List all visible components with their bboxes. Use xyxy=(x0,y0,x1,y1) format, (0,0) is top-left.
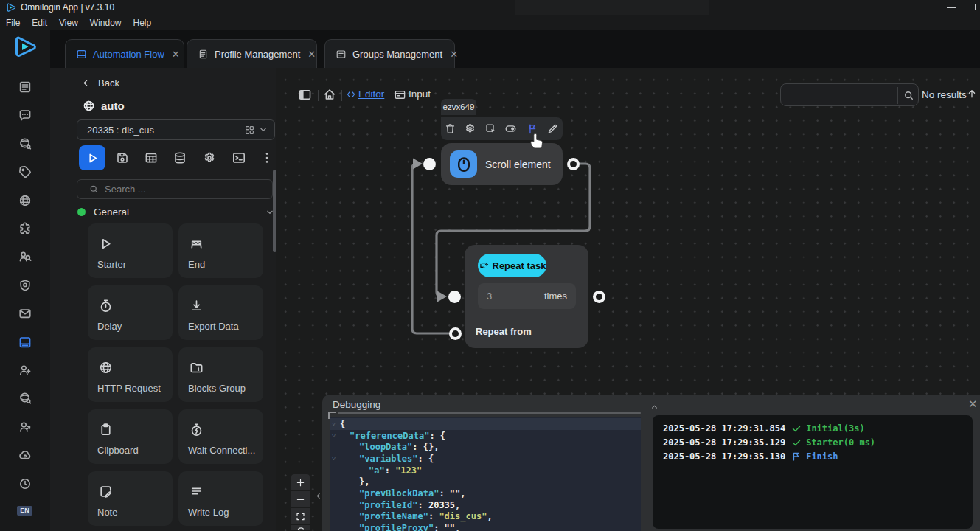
repeat-icon xyxy=(479,260,489,271)
block-export-data[interactable]: Export Data xyxy=(178,285,263,340)
node-trash-icon[interactable] xyxy=(444,122,456,135)
zoom-out-button[interactable] xyxy=(291,491,310,507)
flow-title: auto xyxy=(77,99,125,113)
toolbar-terminal-icon[interactable] xyxy=(232,150,246,165)
debug-close-icon[interactable]: ✕ xyxy=(968,398,978,411)
zoom-controls xyxy=(291,474,310,531)
tab-automation-flow[interactable]: Automation Flow✕ xyxy=(65,39,184,68)
toolbar-table-icon[interactable] xyxy=(144,150,159,165)
toolbar-kebab-icon[interactable] xyxy=(260,150,274,165)
menu-file[interactable]: File xyxy=(0,18,26,28)
port-out-scroll[interactable] xyxy=(567,158,580,170)
block-wait-connecti-[interactable]: Wait Connecti... xyxy=(178,409,263,464)
node-flag-icon[interactable] xyxy=(527,122,539,135)
debug-panel: Debugging ✕ ˅{˅"referenceData": {"loopDa… xyxy=(322,395,980,531)
reset-button[interactable] xyxy=(291,525,310,530)
note-icon xyxy=(98,484,114,499)
write-log-icon xyxy=(189,484,204,499)
rail-browser-key-icon[interactable] xyxy=(18,391,32,406)
app-logo-icon xyxy=(6,2,16,13)
language-badge[interactable]: EN xyxy=(17,506,32,516)
node-repeat-task[interactable]: Repeat task 3 times Repeat from xyxy=(465,245,588,348)
log-line: 2025-05-28 17:29:31.854Initial(3s) xyxy=(663,421,973,435)
block-end[interactable]: End xyxy=(178,223,263,278)
rail-shield-icon[interactable] xyxy=(18,278,32,293)
block-http-request[interactable]: HTTP Request xyxy=(88,347,173,402)
menu-window[interactable]: Window xyxy=(84,18,128,28)
menu-edit[interactable]: Edit xyxy=(26,18,53,28)
profile-select[interactable]: 20335 : dis_cus xyxy=(77,119,275,140)
port-repeat-from[interactable] xyxy=(449,327,462,340)
json-line: }, xyxy=(330,476,641,487)
rail-history-icon[interactable] xyxy=(18,476,32,491)
node-id-badge: ezvx649 xyxy=(441,99,476,115)
section-color-dot xyxy=(77,208,86,216)
port-out-repeat[interactable] xyxy=(593,291,605,303)
rail-notes-icon[interactable] xyxy=(18,80,32,94)
menu-view[interactable]: View xyxy=(53,18,84,28)
node-gear-icon[interactable] xyxy=(464,122,476,135)
block-note[interactable]: Note xyxy=(88,471,173,526)
node-toggle-icon[interactable] xyxy=(504,122,517,135)
json-line: "prevBlockData": "", xyxy=(330,487,641,499)
rail-extensions-icon[interactable] xyxy=(18,221,32,236)
json-line: ˅"variables": { xyxy=(330,453,641,465)
zoom-in-button[interactable] xyxy=(291,474,310,490)
rail-browser-key-icon[interactable] xyxy=(18,136,32,151)
block-clipboard[interactable]: Clipboard xyxy=(88,409,173,464)
check-icon xyxy=(791,437,802,448)
toolbar-floppy-icon[interactable] xyxy=(115,150,130,165)
block-blocks-group[interactable]: Blocks Group xyxy=(178,347,263,402)
tab-groups-management[interactable]: Groups Management✕ xyxy=(324,39,455,68)
json-line: "profileProxy": "", xyxy=(330,522,641,531)
profile-select-icons xyxy=(244,125,268,136)
debug-json-view[interactable]: ˅{˅"referenceData": {"loopData": {},˅"va… xyxy=(330,417,641,531)
fit-view-button[interactable] xyxy=(291,508,310,524)
close-tab-icon[interactable]: ✕ xyxy=(442,49,458,60)
rail-globe-icon[interactable] xyxy=(18,193,32,208)
close-tab-icon[interactable]: ✕ xyxy=(300,49,316,60)
globe-icon xyxy=(98,360,114,375)
rail-cloud-icon[interactable] xyxy=(18,448,32,462)
tab-profile-management[interactable]: Profile Management✕ xyxy=(187,39,317,68)
check-icon xyxy=(791,423,802,434)
minimize-button[interactable] xyxy=(947,7,956,8)
back-button[interactable]: Back xyxy=(77,77,119,88)
toolbar-gear-icon[interactable] xyxy=(202,150,217,165)
run-button[interactable] xyxy=(79,145,105,170)
block-starter[interactable]: Starter xyxy=(88,223,173,278)
port-in-scroll[interactable] xyxy=(423,158,436,170)
debug-hscrollbar[interactable] xyxy=(338,412,641,414)
block-search-input[interactable]: Search ... xyxy=(77,179,273,199)
rail-automation-icon[interactable] xyxy=(18,335,32,350)
left-panel: Back auto 20335 : dis_cus Search ... Gen… xyxy=(50,68,276,531)
folder-icon xyxy=(189,360,204,375)
toolbar-database-icon[interactable] xyxy=(173,150,187,165)
rail-user-share-icon[interactable] xyxy=(18,420,32,434)
rail-sticker-icon[interactable] xyxy=(18,164,32,179)
node-select-icon[interactable] xyxy=(484,122,497,135)
clipboard-icon xyxy=(98,422,114,437)
rail-team-search-icon[interactable] xyxy=(18,249,32,264)
app-logo xyxy=(13,34,38,59)
block-delay[interactable]: Delay xyxy=(88,285,173,340)
globe-icon xyxy=(82,99,96,113)
node-pencil-icon[interactable] xyxy=(546,122,559,135)
repeat-task-button[interactable]: Repeat task xyxy=(478,254,546,277)
rail-user-add-icon[interactable] xyxy=(18,363,32,378)
times-input[interactable]: 3 times xyxy=(478,283,576,309)
menu-help[interactable]: Help xyxy=(128,18,158,28)
repeat-from-label: Repeat from xyxy=(476,326,532,337)
rail-mail-icon[interactable] xyxy=(18,306,32,321)
port-in-repeat[interactable] xyxy=(448,291,461,303)
close-tab-icon[interactable]: ✕ xyxy=(164,49,180,60)
block-write-log[interactable]: Write Log xyxy=(178,471,263,526)
maximize-button[interactable] xyxy=(975,4,980,10)
flag-icon xyxy=(791,451,802,462)
mouse-icon xyxy=(450,150,477,178)
rail-chat-icon[interactable] xyxy=(18,108,32,122)
section-general[interactable]: General xyxy=(77,206,275,218)
play-icon xyxy=(98,236,114,251)
json-line: "a": "123" xyxy=(330,465,641,476)
debug-expand-icon[interactable] xyxy=(650,402,659,412)
